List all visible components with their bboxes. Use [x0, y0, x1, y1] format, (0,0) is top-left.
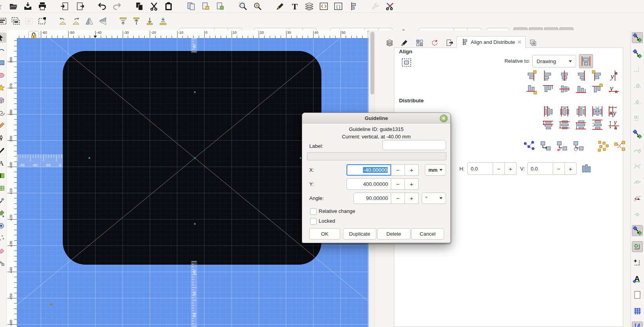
snap-bounding-box-button[interactable]: [632, 48, 643, 59]
spray-tool-button[interactable]: [0, 233, 6, 243]
undo-button[interactable]: [97, 1, 107, 11]
preferences-wrench-button[interactable]: [370, 1, 381, 11]
relative-change-checkbox[interactable]: [310, 208, 317, 215]
lower-to-bottom-button[interactable]: [158, 16, 168, 26]
cancel-button[interactable]: Cancel: [411, 228, 444, 240]
export-button[interactable]: [74, 1, 85, 11]
guideline-label-input[interactable]: [383, 140, 446, 150]
zoom-drawing-button[interactable]: [252, 1, 263, 11]
ok-button[interactable]: OK: [309, 228, 340, 240]
select-all-layers-button[interactable]: [11, 16, 21, 26]
align-bottom-to-anchor-top-button[interactable]: [525, 83, 538, 95]
import-button[interactable]: [60, 1, 70, 11]
exchange-rotate-button[interactable]: [572, 140, 585, 152]
snap-smooth-nodes-button[interactable]: [632, 193, 643, 204]
redo-button[interactable]: [112, 1, 122, 11]
align-top-to-anchor-bottom-button[interactable]: [591, 83, 604, 95]
flip-vertical-button[interactable]: [98, 16, 108, 26]
distribute-right-edges-button[interactable]: [574, 105, 588, 118]
snap-bbox-centers-button[interactable]: [632, 113, 643, 124]
remove-overlaps-button[interactable]: [579, 162, 593, 176]
dialog-y-plus-button[interactable]: +: [405, 178, 419, 190]
zoom-selection-button[interactable]: [238, 1, 248, 11]
distribute-bottom-edges-button[interactable]: [574, 118, 588, 131]
delete-button[interactable]: Delete: [377, 228, 410, 240]
pencil-tool-button[interactable]: [0, 120, 6, 131]
rotate-cw-button[interactable]: [71, 16, 81, 26]
text-distribute-horizontal-button[interactable]: ay: [607, 105, 620, 118]
gradient-tool-button[interactable]: [0, 171, 6, 181]
text-tool-button[interactable]: A: [0, 158, 6, 168]
calligraphy-tool-button[interactable]: [0, 145, 6, 156]
align-right-edges-button[interactable]: [574, 69, 588, 82]
tab-symbols[interactable]: [526, 38, 541, 48]
dialog-angle-unit-dropdown[interactable]: °: [422, 193, 446, 204]
guideline-description-entry[interactable]: [307, 152, 446, 160]
overlap-v-input[interactable]: 0.0: [527, 162, 553, 175]
customize-tools-button[interactable]: [385, 1, 395, 11]
horizontal-ruler[interactable]: -60-50-40-30-20-100102030405060: [17, 30, 368, 38]
box3d-tool-button[interactable]: [0, 95, 6, 105]
move-as-group-toggle[interactable]: [579, 54, 593, 68]
dialog-y-minus-button[interactable]: −: [391, 178, 405, 190]
snap-nodes-button[interactable]: [632, 129, 643, 140]
text-align-horizontal-button[interactable]: ya: [607, 69, 620, 82]
align-bottom-edges-button[interactable]: [574, 83, 588, 95]
dialog-x-plus-button[interactable]: +: [405, 164, 419, 176]
snap-bbox-corners-button[interactable]: [632, 80, 643, 91]
eraser-tool-button[interactable]: [0, 246, 6, 256]
tab-export[interactable]: [442, 38, 457, 48]
relative-to-dropdown[interactable]: Drawing: [532, 55, 576, 67]
dialog-x-minus-button[interactable]: −: [391, 164, 405, 176]
distribute-centers-vertically-button[interactable]: [558, 118, 571, 131]
snap-bbox-edges-button[interactable]: [632, 64, 643, 75]
cut-button[interactable]: [149, 1, 159, 11]
align-left-edges-button[interactable]: [541, 69, 555, 82]
snap-object-centers-button[interactable]: [632, 241, 643, 252]
center-on-horizontal-axis-button[interactable]: [558, 83, 571, 95]
select-all-button[interactable]: [0, 16, 7, 26]
graph-layout-button[interactable]: [522, 140, 536, 152]
ellipse-tool-button[interactable]: [0, 70, 6, 80]
snap-enable-button[interactable]: [632, 32, 643, 43]
layers-dialog-button[interactable]: [304, 1, 314, 11]
unlink-clone-button[interactable]: [215, 1, 225, 11]
snap-path-intersections-button[interactable]: [632, 161, 643, 172]
text-distribute-vertical-button[interactable]: ya: [607, 118, 620, 131]
overlap-h-input[interactable]: 0.0: [467, 162, 493, 175]
selector-tool-button[interactable]: [0, 33, 6, 43]
dialog-angle-minus-button[interactable]: −: [391, 193, 405, 204]
align-dialog-button[interactable]: [348, 1, 358, 11]
tab-layers[interactable]: [382, 38, 397, 48]
align-left-to-anchor-right-button[interactable]: [591, 69, 604, 82]
snap-line-midpoints-button[interactable]: [632, 209, 643, 220]
lower-button[interactable]: [145, 16, 155, 26]
overlap-h-minus-button[interactable]: −: [493, 162, 505, 175]
copy-button[interactable]: [134, 1, 145, 11]
distribute-left-edges-button[interactable]: [541, 105, 555, 118]
exchange-stacking-order-button[interactable]: [555, 140, 569, 152]
tweak-tool-button[interactable]: [0, 221, 6, 231]
scrollbar-thumb[interactable]: [370, 32, 374, 94]
select-touch-button[interactable]: [37, 16, 47, 26]
dialog-angle-input[interactable]: 90.00000: [354, 193, 391, 204]
vertical-ruler[interactable]: 360370380390400410420430440450460: [7, 38, 17, 327]
tab-arrange[interactable]: [412, 38, 427, 48]
snap-rotation-centers-button[interactable]: [632, 257, 643, 268]
duplicate-button[interactable]: Duplicate: [343, 228, 376, 240]
clone-button[interactable]: [201, 1, 211, 11]
snap-page-border-button[interactable]: [632, 289, 643, 300]
snap-others-button[interactable]: [632, 225, 643, 236]
new-document-button[interactable]: [0, 1, 4, 11]
exchange-selection-order-button[interactable]: [539, 140, 552, 152]
distribute-equal-vertical-gaps-button[interactable]: [591, 118, 604, 131]
align-right-to-anchor-left-button[interactable]: [525, 69, 538, 82]
spiral-tool-button[interactable]: [0, 108, 6, 118]
distribute-centers-horizontally-button[interactable]: [558, 105, 571, 118]
snap-grid-button[interactable]: [632, 305, 643, 316]
snap-bbox-edge-midpoints-button[interactable]: [632, 96, 643, 107]
edit-paths-button[interactable]: [275, 1, 285, 11]
treat-selection-as-group-button[interactable]: [400, 56, 413, 69]
mesh-tool-button[interactable]: [0, 183, 6, 193]
snap-paths-button[interactable]: [632, 145, 643, 156]
